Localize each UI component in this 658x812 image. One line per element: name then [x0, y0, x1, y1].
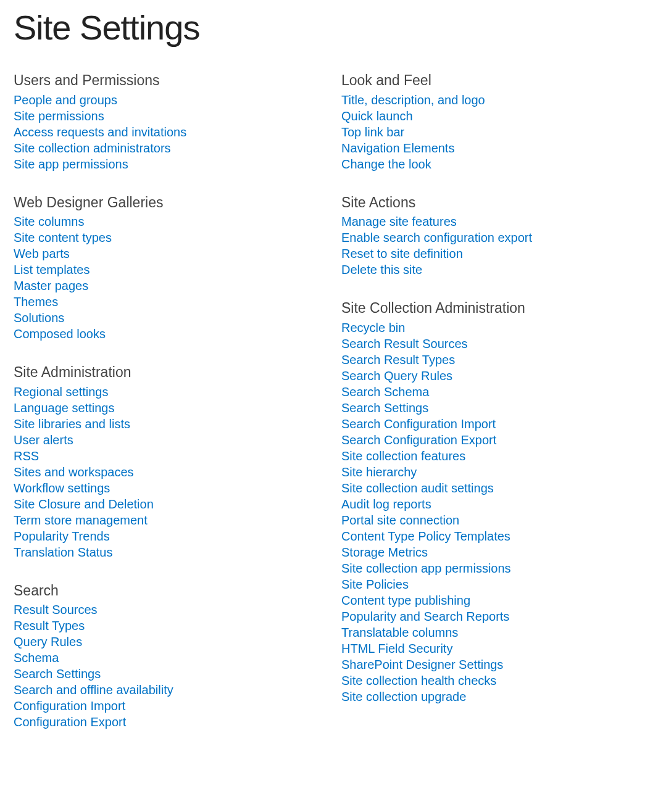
link-navigation-elements[interactable]: Navigation Elements: [341, 140, 454, 156]
section-site-collection-administration: Site Collection AdministrationRecycle bi…: [341, 300, 644, 705]
link-popularity-and-search-reports[interactable]: Popularity and Search Reports: [341, 608, 509, 624]
link-rss[interactable]: RSS: [14, 448, 39, 464]
link-audit-log-reports[interactable]: Audit log reports: [341, 496, 431, 512]
link-site-columns[interactable]: Site columns: [14, 213, 85, 230]
link-storage-metrics[interactable]: Storage Metrics: [341, 544, 428, 560]
section-links: People and groupsSite permissionsAccess …: [14, 92, 317, 172]
link-enable-search-configuration-export[interactable]: Enable search configuration export: [341, 230, 532, 246]
link-search-result-types[interactable]: Search Result Types: [341, 352, 455, 368]
link-content-type-publishing[interactable]: Content type publishing: [341, 592, 470, 608]
section-title: Web Designer Galleries: [14, 194, 317, 212]
site-settings-page: Site Settings Users and PermissionsPeopl…: [0, 7, 658, 777]
link-search-and-offline-availability[interactable]: Search and offline availability: [14, 682, 173, 698]
section-links: Title, description, and logoQuick launch…: [341, 92, 644, 172]
section-look-and-feel: Look and FeelTitle, description, and log…: [341, 72, 644, 172]
section-links: Site columnsSite content typesWeb partsL…: [14, 213, 317, 342]
link-master-pages[interactable]: Master pages: [14, 278, 88, 294]
link-schema[interactable]: Schema: [14, 650, 59, 666]
section-title: Site Administration: [14, 364, 317, 381]
section-users-and-permissions: Users and PermissionsPeople and groupsSi…: [14, 72, 317, 172]
section-links: Result SourcesResult TypesQuery RulesSch…: [14, 602, 317, 730]
link-sites-and-workspaces[interactable]: Sites and workspaces: [14, 464, 134, 480]
link-result-sources[interactable]: Result Sources: [14, 602, 98, 618]
link-language-settings[interactable]: Language settings: [14, 400, 114, 416]
section-site-actions: Site ActionsManage site featuresEnable s…: [341, 194, 644, 278]
link-result-types[interactable]: Result Types: [14, 618, 85, 634]
link-site-app-permissions[interactable]: Site app permissions: [14, 156, 128, 172]
link-sharepoint-designer-settings[interactable]: SharePoint Designer Settings: [341, 657, 503, 673]
link-change-the-look[interactable]: Change the look: [341, 156, 431, 172]
link-popularity-trends[interactable]: Popularity Trends: [14, 528, 110, 544]
link-portal-site-connection[interactable]: Portal site connection: [341, 512, 459, 528]
link-recycle-bin[interactable]: Recycle bin: [341, 320, 405, 336]
link-quick-launch[interactable]: Quick launch: [341, 108, 413, 124]
link-site-collection-audit-settings[interactable]: Site collection audit settings: [341, 480, 494, 496]
section-site-administration: Site AdministrationRegional settingsLang…: [14, 364, 317, 560]
link-reset-to-site-definition[interactable]: Reset to site definition: [341, 246, 463, 262]
section-title: Users and Permissions: [14, 72, 317, 89]
section-title: Look and Feel: [341, 72, 644, 89]
link-site-closure-and-deletion[interactable]: Site Closure and Deletion: [14, 496, 154, 512]
link-translatable-columns[interactable]: Translatable columns: [341, 624, 458, 640]
link-site-libraries-and-lists[interactable]: Site libraries and lists: [14, 416, 130, 432]
link-site-collection-features[interactable]: Site collection features: [341, 448, 465, 464]
link-site-permissions[interactable]: Site permissions: [14, 108, 104, 124]
link-list-templates[interactable]: List templates: [14, 262, 90, 278]
right-column: Look and FeelTitle, description, and log…: [341, 72, 644, 752]
link-translation-status[interactable]: Translation Status: [14, 544, 112, 560]
link-search-schema[interactable]: Search Schema: [341, 384, 429, 400]
section-links: Regional settingsLanguage settingsSite l…: [14, 384, 317, 560]
link-regional-settings[interactable]: Regional settings: [14, 384, 108, 400]
link-configuration-export[interactable]: Configuration Export: [14, 714, 126, 730]
link-title-description-and-logo[interactable]: Title, description, and logo: [341, 92, 485, 108]
link-workflow-settings[interactable]: Workflow settings: [14, 480, 110, 496]
link-people-and-groups[interactable]: People and groups: [14, 92, 117, 108]
settings-columns: Users and PermissionsPeople and groupsSi…: [14, 72, 644, 752]
section-title: Site Actions: [341, 194, 644, 212]
section-search: SearchResult SourcesResult TypesQuery Ru…: [14, 582, 317, 731]
link-site-policies[interactable]: Site Policies: [341, 576, 409, 592]
link-site-content-types[interactable]: Site content types: [14, 230, 112, 246]
left-column: Users and PermissionsPeople and groupsSi…: [14, 72, 317, 752]
link-composed-looks[interactable]: Composed looks: [14, 326, 106, 342]
link-query-rules[interactable]: Query Rules: [14, 634, 82, 650]
link-solutions[interactable]: Solutions: [14, 310, 64, 326]
section-links: Recycle binSearch Result SourcesSearch R…: [341, 320, 644, 705]
link-search-configuration-export[interactable]: Search Configuration Export: [341, 432, 496, 448]
section-title: Search: [14, 582, 317, 600]
link-site-hierarchy[interactable]: Site hierarchy: [341, 464, 417, 480]
link-delete-this-site[interactable]: Delete this site: [341, 262, 422, 278]
link-configuration-import[interactable]: Configuration Import: [14, 698, 125, 714]
link-html-field-security[interactable]: HTML Field Security: [341, 640, 452, 657]
link-site-collection-upgrade[interactable]: Site collection upgrade: [341, 689, 466, 705]
link-site-collection-administrators[interactable]: Site collection administrators: [14, 140, 171, 156]
link-user-alerts[interactable]: User alerts: [14, 432, 73, 448]
link-search-query-rules[interactable]: Search Query Rules: [341, 368, 452, 384]
link-themes[interactable]: Themes: [14, 294, 58, 310]
link-search-settings[interactable]: Search Settings: [14, 666, 101, 682]
link-search-result-sources[interactable]: Search Result Sources: [341, 336, 468, 352]
link-term-store-management[interactable]: Term store management: [14, 512, 148, 528]
link-top-link-bar[interactable]: Top link bar: [341, 124, 404, 140]
link-manage-site-features[interactable]: Manage site features: [341, 213, 457, 230]
section-title: Site Collection Administration: [341, 300, 644, 317]
link-site-collection-health-checks[interactable]: Site collection health checks: [341, 673, 496, 689]
link-web-parts[interactable]: Web parts: [14, 246, 70, 262]
link-access-requests-and-invitations[interactable]: Access requests and invitations: [14, 124, 186, 140]
section-web-designer-galleries: Web Designer GalleriesSite columnsSite c…: [14, 194, 317, 342]
section-links: Manage site featuresEnable search config…: [341, 213, 644, 278]
page-title: Site Settings: [14, 7, 644, 48]
link-site-collection-app-permissions[interactable]: Site collection app permissions: [341, 560, 511, 576]
link-content-type-policy-templates[interactable]: Content Type Policy Templates: [341, 528, 510, 544]
link-search-settings[interactable]: Search Settings: [341, 400, 428, 416]
link-search-configuration-import[interactable]: Search Configuration Import: [341, 416, 496, 432]
